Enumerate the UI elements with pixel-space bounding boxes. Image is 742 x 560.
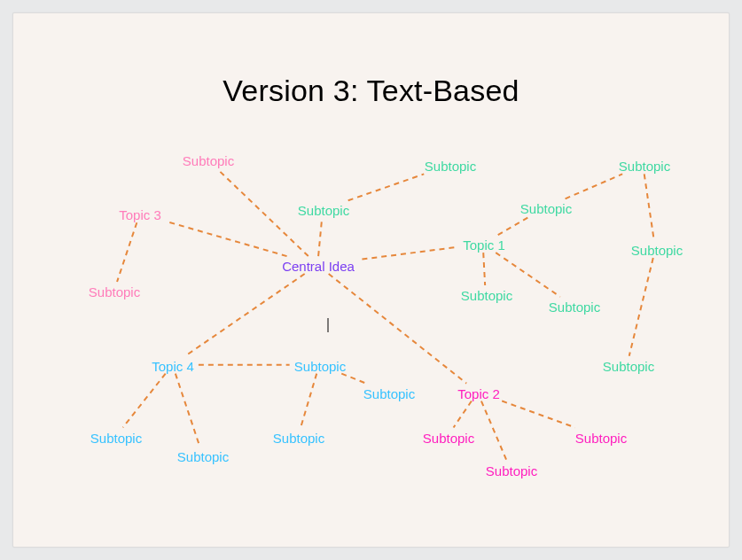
node-t4_sd[interactable]: Subtopic <box>174 449 232 464</box>
node-t1_sf[interactable]: Subtopic <box>545 299 604 315</box>
diagram-canvas: Version 3: Text-Based Central IdeaTopic … <box>12 12 730 548</box>
node-topic3[interactable]: Topic 3 <box>115 207 165 222</box>
node-layer: Central IdeaTopic 1SubtopicSubtopicSubto… <box>13 13 729 547</box>
node-t1_sb[interactable]: Subtopic <box>517 201 575 216</box>
node-t1_sd[interactable]: Subtopic <box>628 243 686 258</box>
node-t4_sb[interactable]: Subtopic <box>360 386 418 401</box>
node-t3_sb[interactable]: Subtopic <box>85 284 144 299</box>
node-t1_sh[interactable]: Subtopic <box>294 203 353 218</box>
node-t4_se[interactable]: Subtopic <box>87 431 145 446</box>
node-t2_sa[interactable]: Subtopic <box>419 431 478 446</box>
node-topic1[interactable]: Topic 1 <box>459 237 509 253</box>
node-t2_sb[interactable]: Subtopic <box>482 463 541 478</box>
node-t4_sa[interactable]: Subtopic <box>291 359 349 374</box>
node-t2_sc[interactable]: Subtopic <box>572 431 630 446</box>
node-t1_sa[interactable]: Subtopic <box>421 159 480 174</box>
node-t1_se[interactable]: Subtopic <box>457 288 516 303</box>
node-t3_sa[interactable]: Subtopic <box>179 153 238 168</box>
text-cursor <box>328 318 329 332</box>
node-t4_sc[interactable]: Subtopic <box>269 431 328 446</box>
node-topic2[interactable]: Topic 2 <box>454 386 504 401</box>
node-t1_sc[interactable]: Subtopic <box>615 159 674 174</box>
node-central[interactable]: Central Idea <box>278 259 358 274</box>
node-topic4[interactable]: Topic 4 <box>148 359 198 374</box>
node-t1_sg[interactable]: Subtopic <box>599 359 658 374</box>
